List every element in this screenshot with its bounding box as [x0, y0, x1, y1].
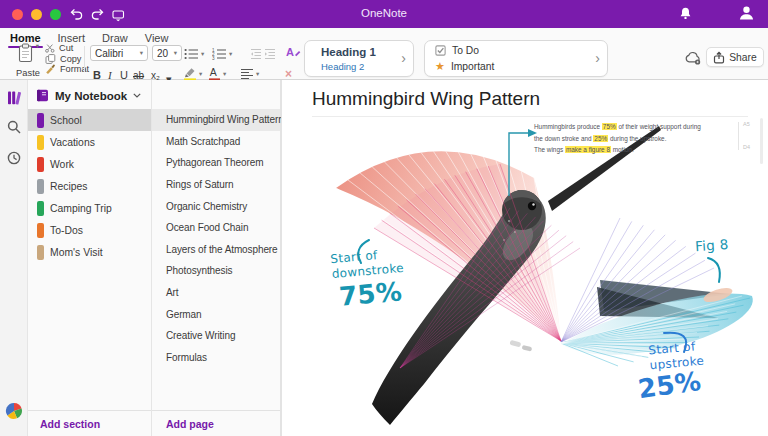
outdent-icon [250, 48, 262, 60]
chevron-down-icon: ▾ [256, 71, 259, 78]
page-label: German [166, 309, 202, 320]
numbered-list-button[interactable]: 123 ▾ [212, 48, 232, 60]
indent-button[interactable] [264, 48, 276, 60]
outdent-button[interactable] [250, 48, 262, 60]
section-label: Camping Trip [50, 203, 112, 214]
numbered-list-icon: 123 [212, 48, 227, 60]
page-item[interactable]: Math Scratchpad [152, 131, 280, 153]
divider [84, 46, 85, 72]
styles-pen-button[interactable]: A [286, 45, 301, 58]
page-label: Ocean Food Chain [166, 222, 248, 233]
font-size-select[interactable]: 20 ▾ [152, 45, 182, 61]
underline-button[interactable]: U [120, 66, 128, 81]
format-painter-button[interactable]: Format [45, 64, 89, 74]
page-title[interactable]: Hummingbird Wing Pattern [312, 88, 540, 110]
sections-panel: My Notebook School Vacations Work [28, 80, 152, 436]
note-text[interactable]: Hummingbirds produce 75% of their weight… [534, 121, 748, 156]
navigation-rail [0, 80, 28, 436]
style-heading2[interactable]: Heading 2 [321, 61, 364, 72]
note-line: Hummingbirds produce 75% of their weight… [534, 121, 748, 133]
chevron-down-icon: ▾ [201, 51, 204, 58]
font-family-select[interactable]: Calibri ▾ [90, 45, 148, 61]
highlighted-text: make a figure 8 [565, 146, 611, 153]
bold-button[interactable]: B [93, 66, 101, 81]
add-section-button[interactable]: Add section [40, 418, 100, 430]
copy-label: Copy [60, 54, 81, 64]
highlighted-text: 25% [593, 135, 608, 142]
cloud-sync-icon [684, 51, 701, 65]
share-button[interactable]: Share [706, 47, 764, 67]
chevron-down-icon: ▾ [36, 43, 39, 50]
tag-todo-label: To Do [452, 45, 479, 56]
sync-status-button[interactable] [684, 51, 701, 69]
profile-pie-icon [5, 402, 23, 420]
notebook-name: My Notebook [55, 90, 127, 102]
chevron-right-icon[interactable]: › [401, 50, 406, 66]
page-label: Math Scratchpad [166, 136, 240, 147]
bullet-list-button[interactable]: ▾ [184, 48, 204, 60]
page-item[interactable]: Photosynthesis [152, 260, 280, 282]
page-item[interactable]: Hummingbird Wing Pattern [152, 109, 280, 131]
align-icon [240, 68, 254, 80]
clipboard-icon [17, 43, 34, 63]
chevron-right-icon[interactable]: › [595, 50, 600, 66]
notebooks-button[interactable] [7, 90, 22, 110]
delete-button[interactable]: × [285, 66, 292, 81]
align-button[interactable]: ▾ [240, 68, 259, 80]
add-page-button[interactable]: Add page [166, 418, 214, 430]
bullet-list-icon [184, 48, 199, 60]
page-item[interactable]: Pythagorean Theorem [152, 152, 280, 174]
scrollbar-thumb[interactable] [760, 118, 763, 164]
section-item[interactable]: School [28, 109, 151, 131]
tag-important[interactable]: ★ Important [435, 60, 494, 73]
share-icon [713, 51, 725, 64]
tags-gallery[interactable]: To Do ★ Important › [424, 40, 608, 77]
margin-mark: D4 [743, 145, 750, 151]
section-item[interactable]: Vacations [28, 131, 151, 153]
section-item[interactable]: Work [28, 153, 151, 175]
page-item[interactable]: Organic Chemistry [152, 195, 280, 217]
style-heading1[interactable]: Heading 1 [321, 46, 376, 58]
notebook-switcher[interactable]: My Notebook [36, 89, 141, 102]
recent-icon [7, 151, 21, 165]
notifications-button[interactable] [679, 6, 692, 24]
page-item[interactable]: Layers of the Atmosphere [152, 239, 280, 261]
account-button[interactable] [738, 5, 755, 25]
page-item[interactable]: Art [152, 282, 280, 304]
page-item[interactable]: German [152, 303, 280, 325]
section-item[interactable]: Recipes [28, 175, 151, 197]
checkbox-icon [435, 45, 446, 56]
italic-button[interactable]: I [108, 66, 112, 81]
font-family-value: Calibri [95, 48, 123, 59]
profile-button[interactable] [5, 402, 23, 424]
page-canvas[interactable]: Hummingbird Wing Pattern Hummingbirds pr… [281, 80, 768, 436]
chevron-down-icon [133, 93, 141, 98]
styles-gallery[interactable]: Heading 1 Heading 2 › [304, 40, 414, 77]
onenote-window: OneNote HomeInsertDrawView ▾ Paste Cut [0, 0, 768, 436]
search-icon [7, 120, 21, 134]
search-button[interactable] [7, 120, 21, 138]
tag-todo[interactable]: To Do [435, 45, 479, 56]
page-item[interactable]: Creative Writing [152, 325, 280, 347]
page-item[interactable]: Rings of Saturn [152, 174, 280, 196]
section-item[interactable]: Camping Trip [28, 197, 151, 219]
strikethrough-button[interactable]: ab [133, 66, 144, 81]
page-label: Art [166, 287, 178, 298]
section-label: Work [50, 159, 74, 170]
page-item[interactable]: Formulas [152, 347, 280, 369]
cut-button[interactable]: Cut [45, 43, 89, 53]
section-item[interactable]: To-Dos [28, 219, 151, 241]
paste-button[interactable]: ▾ Paste [6, 43, 50, 78]
ribbon: HomeInsertDrawView ▾ Paste Cut Copy Form… [0, 28, 768, 80]
section-list: School Vacations Work Recipes [28, 109, 151, 263]
chevron-down-icon: ▾ [174, 50, 177, 57]
clipboard-group: Cut Copy Format [45, 43, 89, 74]
highlighted-text: 75% [602, 123, 617, 130]
notebook-icon [36, 89, 49, 102]
page-item[interactable]: Ocean Food Chain [152, 217, 280, 239]
subscript-button[interactable]: x₂ [151, 66, 160, 81]
copy-button[interactable]: Copy [45, 53, 89, 63]
share-label: Share [729, 52, 756, 63]
recent-notes-button[interactable] [7, 151, 21, 169]
section-item[interactable]: Mom's Visit [28, 241, 151, 263]
